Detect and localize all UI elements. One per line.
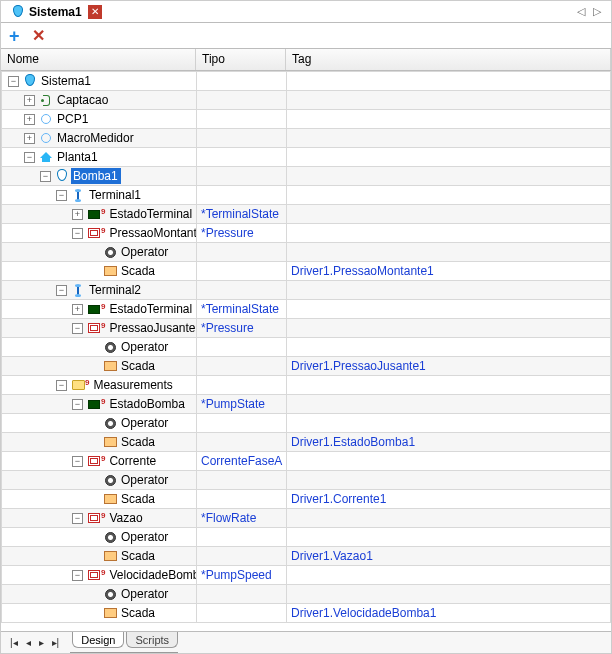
tag-value[interactable]: Driver1.Vazao1 <box>287 549 373 563</box>
table-row[interactable]: ScadaDriver1.Vazao1 <box>2 547 611 566</box>
collapse-button[interactable]: − <box>8 76 19 87</box>
table-row[interactable]: +MacroMedidor <box>2 129 611 148</box>
node-label[interactable]: Measurements <box>91 378 172 392</box>
node-label[interactable]: Scada <box>119 492 155 506</box>
col-tipo[interactable]: Tipo <box>196 49 286 70</box>
collapse-button[interactable]: − <box>72 399 83 410</box>
tipo-value[interactable]: *FlowRate <box>197 511 256 525</box>
collapse-button[interactable]: − <box>56 380 67 391</box>
node-label[interactable]: Bomba1 <box>71 168 121 184</box>
node-label[interactable]: Corrente <box>107 454 156 468</box>
node-label[interactable]: PressaoMontante <box>107 226 196 240</box>
nav-prev-button[interactable]: ◂ <box>23 637 34 648</box>
node-label[interactable]: EstadoBomba <box>107 397 184 411</box>
expand-button[interactable]: + <box>24 95 35 106</box>
close-icon[interactable]: ✕ <box>88 5 102 19</box>
table-row[interactable]: −Sistema1 <box>2 72 611 91</box>
tipo-value[interactable]: *PumpSpeed <box>197 568 272 582</box>
nav-last-button[interactable]: ▸| <box>49 637 63 648</box>
table-row[interactable]: ScadaDriver1.Corrente1 <box>2 490 611 509</box>
node-label[interactable]: Vazao <box>107 511 142 525</box>
node-label[interactable]: Scada <box>119 549 155 563</box>
col-name[interactable]: Nome <box>1 49 196 70</box>
node-label[interactable]: Terminal1 <box>87 188 141 202</box>
nav-first-button[interactable]: |◂ <box>7 637 21 648</box>
footer-tab-scripts[interactable]: Scripts <box>126 632 178 648</box>
tab-sistema1[interactable]: Sistema1 ✕ <box>5 1 108 22</box>
node-label[interactable]: PCP1 <box>55 112 88 126</box>
delete-button[interactable]: ✕ <box>32 28 45 44</box>
collapse-button[interactable]: − <box>40 171 51 182</box>
tag-value[interactable]: Driver1.VelocidadeBomba1 <box>287 606 436 620</box>
node-label[interactable]: Scada <box>119 606 155 620</box>
collapse-button[interactable]: − <box>72 228 83 239</box>
table-row[interactable]: Operator <box>2 471 611 490</box>
table-row[interactable]: −Terminal2 <box>2 281 611 300</box>
table-row[interactable]: −9PressaoJusante*Pressure <box>2 319 611 338</box>
table-row[interactable]: Operator <box>2 243 611 262</box>
table-row[interactable]: −9Vazao*FlowRate <box>2 509 611 528</box>
node-label[interactable]: EstadoTerminal <box>107 207 192 221</box>
collapse-button[interactable]: − <box>56 285 67 296</box>
expand-button[interactable]: + <box>72 209 83 220</box>
tipo-value[interactable]: *Pressure <box>197 226 254 240</box>
node-label[interactable]: PressaoJusante <box>107 321 195 335</box>
expand-button[interactable]: + <box>24 114 35 125</box>
node-label[interactable]: VelocidadeBomba <box>107 568 196 582</box>
table-row[interactable]: Operator <box>2 414 611 433</box>
add-button[interactable]: + <box>9 27 20 45</box>
table-row[interactable]: +PCP1 <box>2 110 611 129</box>
tipo-value[interactable]: *TerminalState <box>197 207 279 221</box>
collapse-button[interactable]: − <box>72 323 83 334</box>
collapse-button[interactable]: − <box>72 513 83 524</box>
tipo-value[interactable]: *TerminalState <box>197 302 279 316</box>
collapse-button[interactable]: − <box>24 152 35 163</box>
table-row[interactable]: +9EstadoTerminal*TerminalState <box>2 300 611 319</box>
table-row[interactable]: −Bomba1 <box>2 167 611 186</box>
table-row[interactable]: Operator <box>2 585 611 604</box>
tag-value[interactable]: Driver1.EstadoBomba1 <box>287 435 415 449</box>
node-label[interactable]: Operator <box>119 416 168 430</box>
table-row[interactable]: ScadaDriver1.VelocidadeBomba1 <box>2 604 611 623</box>
nav-next-button[interactable]: ▸ <box>36 637 47 648</box>
table-row[interactable]: −9CorrenteCorrenteFaseA <box>2 452 611 471</box>
tag-value[interactable]: Driver1.PressaoMontante1 <box>287 264 434 278</box>
node-label[interactable]: Scada <box>119 435 155 449</box>
node-label[interactable]: Operator <box>119 473 168 487</box>
table-row[interactable]: +9EstadoTerminal*TerminalState <box>2 205 611 224</box>
node-label[interactable]: Operator <box>119 530 168 544</box>
table-row[interactable]: Operator <box>2 338 611 357</box>
expand-button[interactable]: + <box>72 304 83 315</box>
node-label[interactable]: MacroMedidor <box>55 131 134 145</box>
node-label[interactable]: Operator <box>119 245 168 259</box>
node-label[interactable]: EstadoTerminal <box>107 302 192 316</box>
tag-value[interactable]: Driver1.PressaoJusante1 <box>287 359 426 373</box>
table-row[interactable]: −Terminal1 <box>2 186 611 205</box>
node-label[interactable]: Scada <box>119 359 155 373</box>
node-label[interactable]: Sistema1 <box>39 74 91 88</box>
tree-scroll[interactable]: −Sistema1+Captacao+PCP1+MacroMedidor−Pla… <box>1 71 611 631</box>
tab-next-button[interactable]: ▷ <box>593 5 601 18</box>
tipo-value[interactable]: CorrenteFaseA <box>197 454 282 468</box>
table-row[interactable]: Operator <box>2 528 611 547</box>
col-tag[interactable]: Tag <box>286 49 611 70</box>
table-row[interactable]: −Planta1 <box>2 148 611 167</box>
table-row[interactable]: ScadaDriver1.PressaoMontante1 <box>2 262 611 281</box>
table-row[interactable]: ScadaDriver1.PressaoJusante1 <box>2 357 611 376</box>
table-row[interactable]: −9Measurements <box>2 376 611 395</box>
node-label[interactable]: Planta1 <box>55 150 98 164</box>
tag-value[interactable]: Driver1.Corrente1 <box>287 492 386 506</box>
expand-button[interactable]: + <box>24 133 35 144</box>
node-label[interactable]: Captacao <box>55 93 108 107</box>
table-row[interactable]: −9VelocidadeBomba*PumpSpeed <box>2 566 611 585</box>
table-row[interactable]: −9EstadoBomba*PumpState <box>2 395 611 414</box>
node-label[interactable]: Operator <box>119 340 168 354</box>
table-row[interactable]: +Captacao <box>2 91 611 110</box>
collapse-button[interactable]: − <box>56 190 67 201</box>
tipo-value[interactable]: *PumpState <box>197 397 265 411</box>
table-row[interactable]: −9PressaoMontante*Pressure <box>2 224 611 243</box>
node-label[interactable]: Terminal2 <box>87 283 141 297</box>
node-label[interactable]: Scada <box>119 264 155 278</box>
collapse-button[interactable]: − <box>72 456 83 467</box>
tab-prev-button[interactable]: ◁ <box>577 5 585 18</box>
